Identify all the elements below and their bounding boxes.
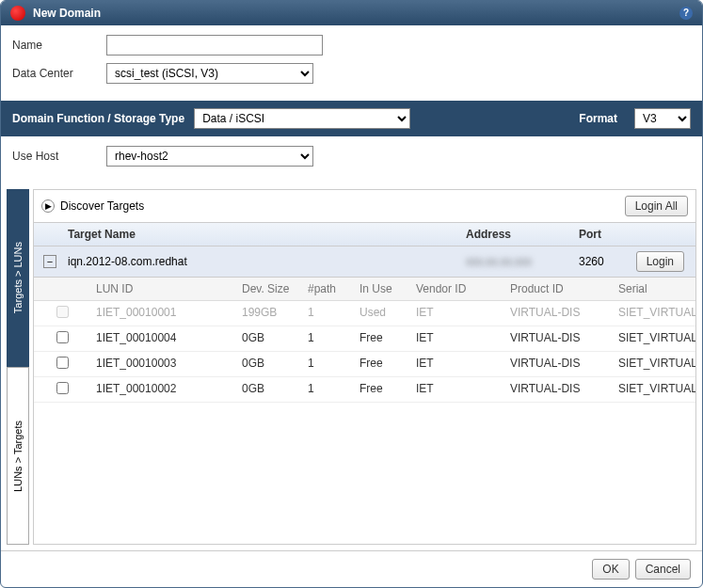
host-select[interactable]: rhev-host2	[106, 146, 313, 167]
target-header: Target Name Address Port	[34, 223, 695, 246]
login-button[interactable]: Login	[636, 251, 684, 272]
lun-serial: SIET_VIRTUAL-	[613, 301, 695, 326]
lun-size: 0GB	[236, 377, 302, 402]
window-title: New Domain	[33, 7, 101, 20]
discover-label: Discover Targets	[60, 199, 144, 213]
lun-list: 1IET_00010001199GB1UsedIETVIRTUAL-DISSIE…	[34, 301, 695, 544]
lun-vendor: IET	[410, 326, 504, 351]
type-bar: Domain Function / Storage Type Data / iS…	[1, 101, 702, 136]
lun-inuse: Free	[354, 377, 410, 402]
target-address: xxx.xx.xx.xxx	[460, 250, 573, 273]
lun-vendor: IET	[410, 301, 504, 326]
format-select[interactable]: V3	[634, 108, 691, 129]
lun-row[interactable]: 1IET_000100030GB1FreeIETVIRTUAL-DISSIET_…	[34, 352, 695, 377]
lun-checkbox[interactable]	[56, 331, 69, 343]
lun-path: 1	[302, 301, 354, 326]
form-host: Use Host rhev-host2	[1, 136, 702, 183]
lun-row[interactable]: 1IET_000100020GB1FreeIETVIRTUAL-DISSIET_…	[34, 377, 695, 403]
name-label: Name	[12, 39, 106, 52]
lun-product: VIRTUAL-DIS	[504, 377, 613, 402]
host-label: Use Host	[12, 150, 106, 163]
lun-size: 199GB	[236, 301, 302, 326]
lun-path: 1	[302, 326, 354, 351]
lun-size: 0GB	[236, 352, 302, 376]
lun-id: 1IET_00010004	[90, 326, 236, 351]
lun-size: 0GB	[236, 326, 302, 351]
lun-inuse: Free	[354, 352, 410, 376]
domain-type-select[interactable]: Data / iSCSI	[194, 108, 410, 129]
cancel-button[interactable]: Cancel	[635, 559, 691, 580]
lun-product: VIRTUAL-DIS	[504, 352, 613, 376]
lun-header: LUN ID Dev. Size #path In Use Vendor ID …	[34, 278, 695, 301]
lun-path: 1	[302, 352, 354, 376]
discover-row: ▶ Discover Targets Login All	[34, 190, 695, 223]
lun-id: 1IET_00010001	[90, 301, 236, 326]
lun-row[interactable]: 1IET_00010001199GB1UsedIETVIRTUAL-DISSIE…	[34, 301, 695, 326]
lun-serial: SIET_VIRTUAL-	[613, 352, 695, 376]
col-target-name: Target Name	[62, 223, 460, 246]
lun-path: 1	[302, 377, 354, 402]
lun-checkbox[interactable]	[56, 382, 69, 394]
lun-id: 1IET_00010002	[90, 377, 236, 402]
col-port: Port	[573, 223, 695, 246]
ok-button[interactable]: OK	[592, 559, 629, 580]
lun-product: VIRTUAL-DIS	[504, 301, 613, 326]
login-all-button[interactable]: Login All	[625, 196, 688, 216]
lun-checkbox[interactable]	[56, 306, 69, 318]
form-top: Name Data Center scsi_test (iSCSI, V3)	[1, 25, 702, 101]
tab-luns-targets[interactable]: LUNs > Targets	[7, 367, 29, 545]
collapse-icon[interactable]: −	[43, 255, 56, 268]
datacenter-label: Data Center	[12, 67, 106, 80]
col-serial: Serial	[613, 278, 695, 300]
main-area: Targets > LUNs LUNs > Targets ▶ Discover…	[1, 183, 702, 550]
target-row[interactable]: − iqn.2012-08.com.redhat xxx.xx.xx.xxx 3…	[34, 246, 695, 278]
titlebar: New Domain ?	[1, 1, 702, 25]
discover-expand-icon[interactable]: ▶	[41, 199, 55, 213]
col-vendor: Vendor ID	[410, 278, 504, 300]
format-label: Format	[579, 112, 617, 125]
lun-vendor: IET	[410, 352, 504, 376]
target-port: 3260	[573, 250, 630, 273]
tab-targets-luns[interactable]: Targets > LUNs	[7, 189, 29, 367]
targets-panel: ▶ Discover Targets Login All Target Name…	[33, 189, 696, 545]
col-product: Product ID	[504, 278, 613, 300]
lun-id: 1IET_00010003	[90, 352, 236, 376]
domain-type-label: Domain Function / Storage Type	[12, 112, 184, 125]
lun-checkbox[interactable]	[56, 357, 69, 369]
app-logo-icon	[10, 6, 25, 21]
target-name: iqn.2012-08.com.redhat	[62, 250, 460, 273]
datacenter-select[interactable]: scsi_test (iSCSI, V3)	[106, 63, 313, 84]
col-dev-size: Dev. Size	[236, 278, 302, 300]
col-path: #path	[302, 278, 354, 300]
help-icon[interactable]: ?	[679, 7, 693, 20]
side-tabs: Targets > LUNs LUNs > Targets	[7, 189, 29, 545]
name-input[interactable]	[106, 35, 323, 56]
lun-row[interactable]: 1IET_000100040GB1FreeIETVIRTUAL-DISSIET_…	[34, 326, 695, 352]
lun-inuse: Free	[354, 326, 410, 351]
lun-product: VIRTUAL-DIS	[504, 326, 613, 351]
col-in-use: In Use	[354, 278, 410, 300]
col-lun-id: LUN ID	[90, 278, 236, 300]
col-address: Address	[460, 223, 573, 246]
footer: OK Cancel	[1, 550, 702, 587]
lun-serial: SIET_VIRTUAL-	[613, 326, 695, 351]
lun-vendor: IET	[410, 377, 504, 402]
lun-inuse: Used	[354, 301, 410, 326]
lun-serial: SIET_VIRTUAL-	[613, 377, 695, 402]
